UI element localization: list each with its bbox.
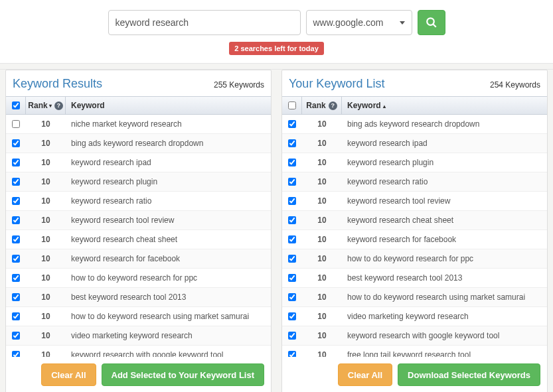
row-rank: 10	[302, 230, 342, 249]
row-rank: 10	[302, 249, 342, 268]
row-checkbox[interactable]	[12, 197, 20, 205]
search-button[interactable]	[418, 10, 445, 35]
row-checkbox-cell	[282, 192, 302, 210]
row-checkbox-cell	[282, 172, 302, 191]
row-checkbox-cell	[6, 288, 26, 306]
table-row: 10video marketing keyword research	[6, 326, 271, 346]
row-checkbox-cell	[6, 249, 26, 268]
row-rank: 10	[26, 134, 66, 153]
row-checkbox[interactable]	[12, 293, 20, 301]
download-selected-button[interactable]: Download Selected Keywords	[398, 363, 540, 386]
row-checkbox[interactable]	[288, 235, 296, 243]
row-keyword: keyword research for facebook	[342, 230, 547, 249]
row-checkbox[interactable]	[288, 274, 296, 282]
header-rank[interactable]: Rank ▾ ?	[26, 97, 66, 114]
row-keyword: keyword research plugin	[66, 172, 271, 191]
row-checkbox-cell	[6, 230, 26, 249]
header-keyword[interactable]: Keyword ▴	[342, 97, 547, 114]
row-keyword: keyword research for facebook	[66, 249, 271, 268]
results-grid[interactable]: 10niche market keyword research10bing ad…	[6, 115, 271, 357]
row-checkbox-cell	[6, 172, 26, 191]
panel-count: 255 Keywords	[214, 80, 264, 90]
keyword-list-panel: Your Keyword List 254 Keywords Rank ? Ke…	[281, 70, 548, 392]
table-row: 10keyword research tool review	[282, 192, 547, 211]
domain-select[interactable]: www.google.com	[306, 10, 412, 35]
row-rank: 10	[302, 153, 342, 172]
row-checkbox[interactable]	[12, 312, 20, 320]
table-row: 10niche market keyword research	[6, 115, 271, 134]
row-checkbox[interactable]	[288, 120, 296, 128]
row-checkbox[interactable]	[288, 197, 296, 205]
row-checkbox[interactable]	[12, 235, 20, 243]
svg-point-0	[427, 18, 434, 25]
chevron-down-icon	[400, 21, 405, 25]
row-checkbox[interactable]	[288, 293, 296, 301]
list-grid[interactable]: 10bing ads keyword research dropdown10ke…	[282, 115, 547, 357]
table-row: 10video marketing keyword research	[282, 307, 547, 326]
row-rank: 10	[26, 346, 66, 357]
row-keyword: keyword research plugin	[342, 153, 547, 172]
row-checkbox[interactable]	[12, 332, 20, 340]
row-checkbox[interactable]	[288, 178, 296, 186]
panels-container: Keyword Results 255 Keywords Rank ▾ ? Ke…	[0, 70, 553, 392]
row-checkbox[interactable]	[288, 312, 296, 320]
row-rank: 10	[26, 115, 66, 133]
row-keyword: keyword research ratio	[342, 172, 547, 191]
row-checkbox[interactable]	[288, 216, 296, 224]
row-rank: 10	[302, 346, 342, 357]
row-keyword: keyword research with google keyword too…	[66, 346, 271, 357]
clear-all-button[interactable]: Clear All	[41, 363, 96, 386]
row-checkbox[interactable]	[12, 139, 20, 147]
row-rank: 10	[26, 172, 66, 191]
row-checkbox[interactable]	[288, 351, 296, 357]
add-selected-button[interactable]: Add Selected to Your Keyword List	[102, 363, 265, 386]
panel-header: Your Keyword List 254 Keywords	[282, 70, 547, 96]
row-checkbox[interactable]	[12, 159, 20, 166]
row-checkbox[interactable]	[12, 120, 20, 128]
panel-title: Keyword Results	[13, 77, 102, 91]
table-row: 10keyword research for facebook	[6, 249, 271, 269]
row-keyword: how to do keyword research for ppc	[342, 249, 547, 268]
row-checkbox-cell	[282, 211, 302, 229]
row-keyword: best keyword research tool 2013	[66, 288, 271, 306]
grid-header: Rank ? Keyword ▴	[282, 96, 547, 115]
row-rank: 10	[302, 134, 342, 153]
select-all-checkbox[interactable]	[12, 101, 20, 109]
header-rank[interactable]: Rank ?	[302, 97, 342, 114]
row-checkbox-cell	[6, 307, 26, 326]
row-checkbox[interactable]	[12, 351, 20, 357]
svg-line-1	[433, 24, 436, 27]
row-rank: 10	[26, 153, 66, 172]
row-checkbox[interactable]	[288, 255, 296, 263]
row-checkbox[interactable]	[12, 216, 20, 224]
row-keyword: how to do keyword research for ppc	[66, 269, 271, 287]
help-icon[interactable]: ?	[54, 101, 63, 110]
table-row: 10keyword research plugin	[6, 172, 271, 192]
row-checkbox[interactable]	[288, 139, 296, 147]
table-row: 10keyword research with google keyword t…	[6, 346, 271, 357]
row-keyword: how to do keyword research using market …	[66, 307, 271, 326]
row-checkbox-cell	[282, 153, 302, 172]
row-rank: 10	[26, 326, 66, 345]
help-icon[interactable]: ?	[329, 101, 337, 110]
row-rank: 10	[302, 288, 342, 306]
row-checkbox[interactable]	[288, 159, 296, 166]
row-checkbox[interactable]	[12, 255, 20, 263]
panel-footer: Clear All Download Selected Keywords	[282, 357, 547, 392]
table-row: 10best keyword research tool 2013	[282, 269, 547, 288]
select-all-checkbox[interactable]	[288, 101, 296, 109]
table-row: 10keyword research for facebook	[282, 230, 547, 249]
row-checkbox[interactable]	[12, 274, 20, 282]
row-rank: 10	[302, 307, 342, 326]
row-rank: 10	[26, 249, 66, 268]
clear-all-button[interactable]: Clear All	[338, 363, 392, 386]
row-keyword: how to do keyword research using market …	[342, 288, 547, 306]
row-checkbox-cell	[6, 269, 26, 287]
keyword-input[interactable]	[108, 10, 301, 35]
table-row: 10bing ads keyword research dropdown	[6, 134, 271, 153]
row-checkbox[interactable]	[288, 332, 296, 340]
row-keyword: bing ads keyword research dropdown	[342, 115, 547, 133]
panel-count: 254 Keywords	[490, 80, 540, 90]
row-checkbox[interactable]	[12, 178, 20, 186]
header-keyword[interactable]: Keyword	[66, 97, 271, 114]
